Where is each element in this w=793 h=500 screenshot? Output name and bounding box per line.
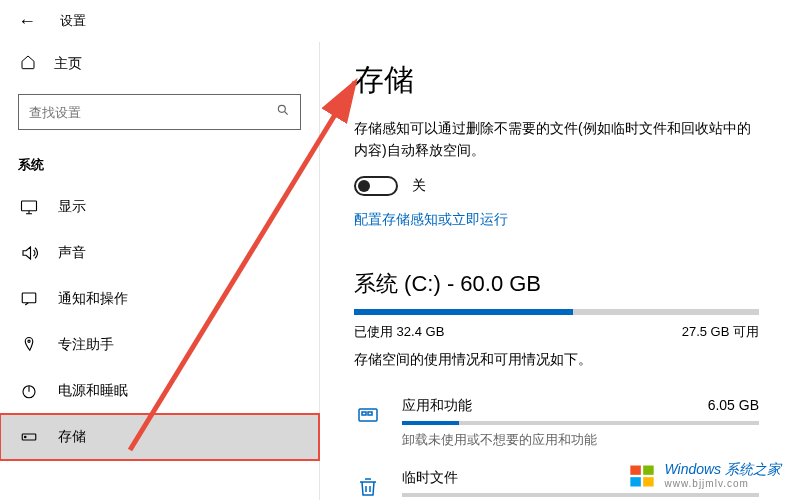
watermark: Windows 系统之家 www.bjjmlv.com [628,461,781,490]
trash-icon [354,473,382,500]
sidebar: 主页 系统 显示 声音 通知和操作 专注助手 [0,42,320,500]
home-label: 主页 [54,55,82,73]
drive-usage-bar [354,309,759,315]
available-label: 27.5 GB 可用 [682,323,759,341]
storage-icon [20,428,38,446]
toggle-state-label: 关 [412,177,426,195]
apps-icon [354,401,382,429]
category-apps[interactable]: 应用和功能 6.05 GB 卸载未使用或不想要的应用和功能 [354,387,759,459]
main-content: 存储 存储感知可以通过删除不需要的文件(例如临时文件和回收站中的内容)自动释放空… [320,42,793,500]
focus-icon [20,336,38,354]
sidebar-item-label: 声音 [58,244,86,262]
sidebar-item-focus[interactable]: 专注助手 [0,322,319,368]
drive-title: 系统 (C:) - 60.0 GB [354,269,759,299]
power-icon [20,382,38,400]
category-subtitle: 卸载未使用或不想要的应用和功能 [402,431,759,449]
used-label: 已使用 32.4 GB [354,323,444,341]
page-title: 存储 [354,60,759,101]
svg-rect-2 [22,293,36,303]
category-bar [402,493,759,497]
group-label: 系统 [0,138,319,184]
watermark-title: Windows 系统之家 [664,461,781,478]
configure-link[interactable]: 配置存储感知或立即运行 [354,211,508,229]
svg-point-3 [28,340,30,342]
notifications-icon [20,290,38,308]
windows-logo-icon [628,462,656,490]
svg-rect-1 [22,201,37,211]
back-button[interactable]: ← [18,11,36,32]
search-input[interactable] [29,105,249,120]
sidebar-item-label: 存储 [58,428,86,446]
app-title: 设置 [60,12,86,30]
display-icon [20,198,38,216]
sidebar-item-label: 电源和睡眠 [58,382,128,400]
search-icon [276,103,290,121]
svg-rect-13 [644,465,655,474]
usage-description: 存储空间的使用情况和可用情况如下。 [354,351,759,369]
sound-icon [20,244,38,262]
storage-sense-toggle[interactable] [354,176,398,196]
sidebar-item-power[interactable]: 电源和睡眠 [0,368,319,414]
svg-rect-15 [644,477,655,486]
watermark-url: www.bjjmlv.com [664,478,781,490]
svg-point-6 [25,436,27,438]
sidebar-item-label: 专注助手 [58,336,114,354]
svg-rect-14 [631,477,642,486]
sidebar-item-label: 通知和操作 [58,290,128,308]
category-size: 6.05 GB [708,397,759,415]
category-bar [402,421,759,425]
sidebar-item-storage[interactable]: 存储 [0,414,319,460]
category-name: 临时文件 [402,469,458,487]
storage-sense-description: 存储感知可以通过删除不需要的文件(例如临时文件和回收站中的内容)自动释放空间。 [354,117,759,162]
search-box[interactable] [18,94,301,130]
svg-rect-9 [368,412,372,415]
svg-rect-8 [362,412,366,415]
drive-usage-fill [354,309,573,315]
svg-rect-12 [631,465,642,474]
category-name: 应用和功能 [402,397,472,415]
svg-point-0 [278,105,285,112]
sidebar-item-sound[interactable]: 声音 [0,230,319,276]
sidebar-item-notifications[interactable]: 通知和操作 [0,276,319,322]
home-icon [20,54,36,74]
sidebar-item-label: 显示 [58,198,86,216]
home-link[interactable]: 主页 [0,42,319,86]
sidebar-item-display[interactable]: 显示 [0,184,319,230]
